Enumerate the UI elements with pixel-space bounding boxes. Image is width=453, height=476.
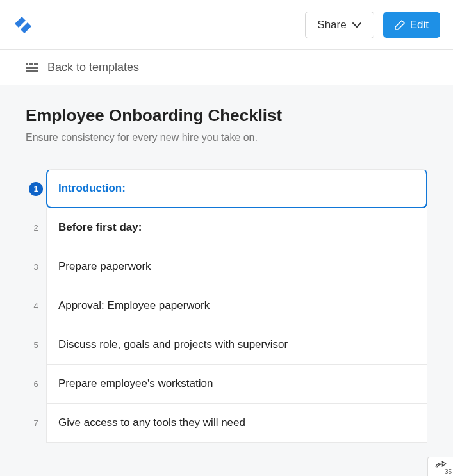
step-card[interactable]: Before first day: — [46, 208, 427, 247]
step-card[interactable]: Introduction: — [46, 169, 427, 208]
step-card[interactable]: Discuss role, goals and projects with su… — [46, 325, 427, 365]
step-card[interactable]: Approval: Employee paperwork — [46, 286, 427, 325]
chevron-down-icon — [352, 22, 362, 28]
step-row: 2Before first day: — [26, 208, 427, 247]
step-number-col: 7 — [26, 404, 46, 443]
step-row: 1Introduction: — [26, 169, 427, 208]
step-row: 3Prepare paperwork — [26, 247, 427, 286]
step-number-col: 1 — [26, 169, 46, 208]
step-number-badge: 1 — [29, 182, 43, 196]
topbar: Share Edit — [0, 0, 453, 50]
step-card[interactable]: Give access to any tools they will need — [46, 404, 427, 443]
template-list-icon — [26, 62, 38, 73]
step-number: 6 — [33, 379, 38, 389]
share-arrow-icon — [434, 461, 447, 468]
step-number: 3 — [33, 262, 38, 272]
step-number: 4 — [33, 301, 38, 311]
step-card[interactable]: Prepare paperwork — [46, 247, 427, 286]
topbar-actions: Share Edit — [305, 12, 440, 38]
page-subtitle: Ensure consistency for every new hire yo… — [26, 132, 427, 144]
share-count: 35 — [445, 468, 453, 475]
svg-rect-4 — [26, 70, 38, 72]
share-button[interactable]: Share — [305, 12, 374, 38]
svg-rect-2 — [34, 63, 38, 65]
back-to-templates-link[interactable]: Back to templates — [47, 61, 139, 74]
step-row: 5Discuss role, goals and projects with s… — [26, 325, 427, 365]
edit-button-label: Edit — [410, 19, 429, 31]
step-number-col: 3 — [26, 247, 46, 286]
step-row: 6Prepare employee's workstation — [26, 365, 427, 404]
steps-list: 1Introduction:2Before first day:3Prepare… — [26, 169, 427, 443]
app-logo-icon — [13, 15, 33, 35]
svg-rect-3 — [26, 67, 38, 69]
share-corner[interactable]: 35 — [427, 457, 453, 476]
svg-rect-1 — [29, 63, 33, 65]
backbar: Back to templates — [0, 50, 453, 85]
step-number-col: 4 — [26, 286, 46, 325]
pencil-icon — [395, 20, 405, 30]
step-number-col: 2 — [26, 208, 46, 247]
step-number: 7 — [33, 418, 38, 428]
step-row: 7Give access to any tools they will need — [26, 404, 427, 443]
step-card[interactable]: Prepare employee's workstation — [46, 365, 427, 404]
step-number-col: 5 — [26, 325, 46, 365]
page-title: Employee Onboarding Checklist — [26, 106, 427, 126]
content-inner: Employee Onboarding Checklist Ensure con… — [0, 85, 453, 476]
edit-button[interactable]: Edit — [383, 12, 440, 38]
step-row: 4Approval: Employee paperwork — [26, 286, 427, 325]
step-number: 5 — [33, 340, 38, 350]
step-number-col: 6 — [26, 365, 46, 404]
content-scroll[interactable]: Employee Onboarding Checklist Ensure con… — [0, 85, 453, 476]
step-number: 2 — [33, 223, 38, 233]
svg-rect-0 — [26, 63, 28, 65]
share-button-label: Share — [317, 19, 346, 31]
